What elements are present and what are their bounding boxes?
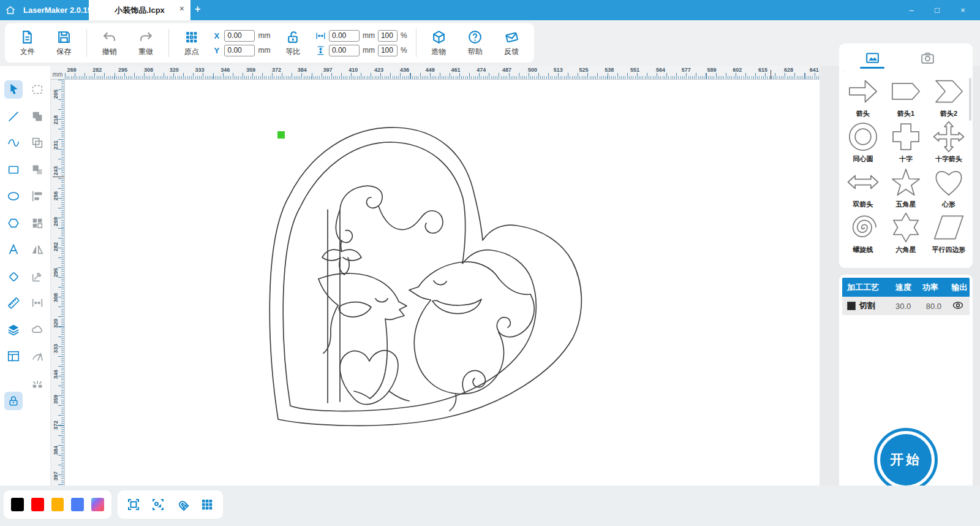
height-input[interactable] xyxy=(329,45,360,56)
save-button[interactable]: 保存 xyxy=(50,29,78,57)
x-label: X xyxy=(214,31,221,40)
tool-node-select[interactable] xyxy=(28,80,47,99)
shape-arrow-right[interactable]: 箭头 xyxy=(842,74,884,118)
tool-subtract[interactable] xyxy=(28,161,47,179)
document-tab[interactable]: 小装饰品.lcpx × xyxy=(89,0,190,20)
help-label: 帮助 xyxy=(468,47,483,57)
ruler-left-label: 397 xyxy=(53,473,59,481)
help-button[interactable]: 帮助 xyxy=(461,29,489,57)
tab-gallery[interactable] xyxy=(859,48,886,67)
select-icon xyxy=(7,83,20,96)
new-tab-button[interactable]: + xyxy=(195,4,200,15)
shape-arrow-chevron[interactable]: 箭头2 xyxy=(927,74,970,118)
color-swatch[interactable] xyxy=(31,498,44,511)
x-input[interactable] xyxy=(224,30,255,42)
tool-combine[interactable] xyxy=(28,134,47,152)
process-table-row[interactable]: 切割30.080.0 xyxy=(842,297,970,315)
shape-heart[interactable]: 心形 xyxy=(927,165,970,209)
shape-double-arrow[interactable]: 双箭头 xyxy=(842,165,884,209)
heart-birds-design[interactable] xyxy=(65,80,820,486)
layer-color-palette xyxy=(4,490,111,519)
window-maximize-button[interactable]: □ xyxy=(926,0,948,20)
height-unit: mm xyxy=(363,46,375,55)
undo-button[interactable]: 撤销 xyxy=(96,29,124,57)
tool-mirror[interactable] xyxy=(28,240,47,259)
height-percent-input[interactable] xyxy=(378,45,398,56)
shape-cross[interactable]: 十字 xyxy=(884,120,927,164)
tab-camera[interactable] xyxy=(914,48,941,67)
gallery-scrollbar[interactable] xyxy=(969,78,971,121)
active-tab-underline xyxy=(860,67,884,69)
color-swatch[interactable] xyxy=(11,498,24,511)
ruler-top-label: 397 xyxy=(323,67,332,73)
tool-curve[interactable] xyxy=(4,134,23,152)
shape-spiral[interactable]: 螺旋线 xyxy=(842,210,884,254)
selection-anchor-marker xyxy=(277,131,285,139)
color-swatch[interactable] xyxy=(71,498,84,511)
color-swatch[interactable] xyxy=(51,498,64,511)
tool-select[interactable] xyxy=(4,80,23,99)
process-name: 切割 xyxy=(859,300,875,311)
ruler-top-label: 384 xyxy=(298,67,307,73)
undo-icon xyxy=(102,29,117,45)
shape-arrow-pentagon[interactable]: 箭头1 xyxy=(884,74,927,118)
gradient-swatch[interactable] xyxy=(91,498,104,511)
shape-star-6[interactable]: 六角星 xyxy=(884,210,927,254)
toolbar-card: 文件 保存 撤销 重做 原点 X xyxy=(5,23,534,63)
fit-view-button[interactable] xyxy=(151,497,165,513)
frame-icon xyxy=(126,497,141,512)
width-input[interactable] xyxy=(329,30,360,42)
tool-weld[interactable] xyxy=(28,321,47,339)
start-button[interactable]: 开始 xyxy=(874,428,938,492)
tool-layers[interactable] xyxy=(4,321,23,339)
tool-dimension[interactable] xyxy=(28,294,47,312)
tool-arrange[interactable] xyxy=(28,214,47,232)
proportional-lock-button[interactable]: 等比 xyxy=(279,29,307,57)
height-arrows-icon xyxy=(315,45,326,56)
shape-star-5[interactable]: 五角星 xyxy=(884,165,927,209)
redo-icon xyxy=(138,29,154,45)
file-button[interactable]: 文件 xyxy=(13,29,42,57)
shape-cross-arrows[interactable]: 十字箭头 xyxy=(927,120,970,164)
window-close-button[interactable]: × xyxy=(952,0,974,20)
tool-rectangle[interactable] xyxy=(4,161,23,179)
window-minimize-button[interactable]: – xyxy=(900,0,922,20)
tool-table[interactable] xyxy=(4,347,23,365)
magnet-button[interactable] xyxy=(175,497,190,513)
y-input[interactable] xyxy=(224,45,255,56)
tool-text-path[interactable] xyxy=(28,347,47,365)
tool-line[interactable] xyxy=(4,107,23,126)
create-button[interactable]: 造物 xyxy=(424,29,453,57)
home-button[interactable] xyxy=(0,0,21,20)
shape-label: 箭头2 xyxy=(940,109,957,118)
create-label: 造物 xyxy=(431,47,446,57)
tool-text[interactable] xyxy=(4,240,23,259)
shape-concentric-circles[interactable]: 同心圆 xyxy=(842,120,884,164)
design-canvas[interactable] xyxy=(65,80,820,486)
ruler-top-label: 308 xyxy=(144,67,153,73)
tool-ruler[interactable] xyxy=(4,294,23,312)
output-visibility-toggle[interactable] xyxy=(947,301,970,311)
tool-eraser[interactable] xyxy=(4,267,23,286)
cross-arrows-icon xyxy=(931,120,967,154)
width-percent-input[interactable] xyxy=(378,30,398,42)
ruler-left-label: 295 xyxy=(53,270,59,277)
origin-button[interactable]: 原点 xyxy=(178,29,206,57)
lock-tool-button[interactable] xyxy=(4,392,23,410)
tool-ellipse[interactable] xyxy=(4,187,23,205)
tool-break[interactable] xyxy=(28,374,47,392)
grid-button[interactable] xyxy=(200,497,214,513)
tab-close-icon[interactable]: × xyxy=(179,4,184,13)
frame-button[interactable] xyxy=(126,497,141,513)
tool-align[interactable] xyxy=(28,187,47,205)
tool-measure[interactable] xyxy=(28,267,47,286)
feedback-button[interactable]: 反馈 xyxy=(498,29,526,57)
tool-polygon[interactable] xyxy=(4,214,23,232)
help-icon xyxy=(467,29,483,45)
ruler-top-label: 295 xyxy=(118,67,127,73)
unlock-icon xyxy=(285,29,301,45)
redo-button[interactable]: 重做 xyxy=(132,29,160,57)
node-select-icon xyxy=(31,83,44,96)
tool-union[interactable] xyxy=(28,107,47,126)
shape-parallelogram[interactable]: 平行四边形 xyxy=(927,210,970,254)
